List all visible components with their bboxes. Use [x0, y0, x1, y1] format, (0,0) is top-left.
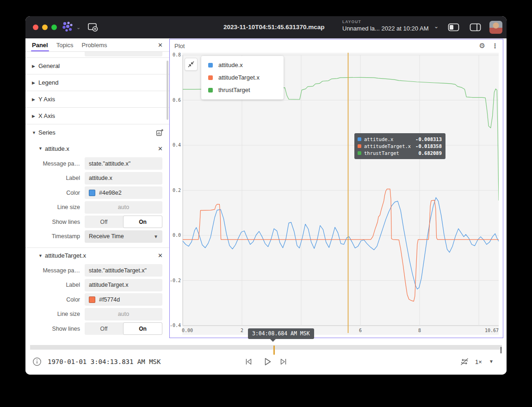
section-y-axis[interactable]: ▶ Y Axis	[25, 91, 169, 107]
field-row-line-size: Line size auto	[25, 200, 169, 215]
playback-speed[interactable]: 1×	[475, 358, 482, 365]
collapsed-caret-icon: ▶	[32, 97, 38, 102]
sidebar-scrollbar[interactable]	[167, 61, 168, 120]
zoom-window-button[interactable]	[51, 25, 57, 30]
tooltip-row: attitude.x -0.008313	[358, 136, 442, 142]
layout-picker[interactable]: LAYOUT Unnamed la... 2022 at 10:20 AM	[342, 19, 442, 36]
tab-panel[interactable]: Panel	[32, 38, 48, 51]
app-menu-chevron-icon[interactable]: ⌄	[76, 23, 80, 32]
layout-chevron-icon[interactable]: ⌄	[434, 23, 439, 30]
color-swatch[interactable]	[89, 190, 95, 196]
title-field-row-clipped: Title Plot	[25, 52, 169, 57]
color-swatch[interactable]	[89, 296, 95, 303]
collapse-arrows-icon	[187, 61, 195, 68]
tab-topics[interactable]: Topics	[56, 38, 74, 51]
close-window-button[interactable]	[33, 25, 38, 30]
field-row-label: Label attitude.x	[25, 171, 169, 186]
panel-settings-gear-icon[interactable]: ⚙	[479, 42, 485, 50]
y-tick-label: 0.4	[170, 142, 181, 148]
title-field-label: Title	[25, 52, 85, 53]
right-sidebar-toggle-icon[interactable]	[470, 23, 481, 31]
collapsed-caret-icon: ▶	[32, 80, 38, 85]
show-lines-on-option[interactable]: On	[123, 216, 162, 228]
play-icon[interactable]	[262, 357, 272, 367]
legend-collapse-button[interactable]	[185, 58, 198, 71]
legend-item[interactable]: attitudeTarget.x	[201, 71, 284, 84]
series-line-attitude.x	[183, 197, 499, 289]
y-tick-label: 0.8	[170, 52, 181, 57]
y-tick-label: 0.2	[170, 188, 181, 193]
section-legend[interactable]: ▶ Legend	[25, 74, 169, 91]
field-row-show-lines: Show lines Off On	[25, 321, 169, 336]
y-tick-label: -0.4	[170, 323, 181, 328]
field-row-line-size: Line size auto	[25, 307, 169, 322]
info-icon[interactable]	[32, 357, 42, 366]
series-header-attitudetarget-x[interactable]: ▼ attitudeTarget.x ✕	[25, 247, 169, 263]
y-tick-label: 0.6	[170, 98, 181, 103]
color-input[interactable]: #4e98e2	[85, 186, 162, 199]
left-sidebar-toggle-icon[interactable]	[448, 23, 459, 31]
timestamp-select[interactable]: Receive Time ▼	[85, 230, 162, 243]
field-row-show-lines: Show lines Off On	[25, 215, 169, 229]
section-x-axis[interactable]: ▶ X Axis	[25, 107, 169, 124]
x-tick-label: 2	[235, 328, 249, 333]
line-size-input[interactable]: auto	[85, 308, 162, 321]
section-series[interactable]: ▼ Series	[25, 124, 169, 141]
message-path-input[interactable]: state."attitude.x"	[85, 157, 162, 170]
add-series-icon[interactable]	[156, 129, 164, 136]
show-lines-off-option[interactable]: Off	[85, 322, 123, 335]
series-header-attitude-x[interactable]: ▼ attitude.x ✕	[25, 141, 169, 156]
section-general[interactable]: ▶ General	[25, 57, 169, 74]
label-input[interactable]: attitude.x	[85, 172, 162, 185]
legend-swatch	[208, 88, 213, 92]
playback-end-marker	[501, 347, 501, 353]
expanded-caret-icon: ▼	[38, 253, 45, 258]
field-row-timestamp: Timestamp Receive Time ▼	[25, 229, 169, 244]
legend-item[interactable]: thrustTarget	[201, 84, 284, 96]
y-tick-label: -0.2	[170, 278, 181, 283]
playback-scrubber[interactable]	[30, 345, 502, 350]
x-tick-label: 0.00	[182, 328, 193, 333]
sidebar-scroll-area: Title Plot ▶ General ▶ Legend ▶ Y Axis ▶	[25, 52, 169, 342]
x-tick-label: 8	[413, 328, 427, 333]
tooltip-swatch	[358, 144, 361, 148]
seek-forward-icon[interactable]	[279, 357, 288, 366]
panel-menu-kebab-icon[interactable]: ⋮	[492, 42, 498, 49]
scrubber-hover-time-tooltip: 3:04:08.684 AM MSK	[248, 328, 314, 339]
tooltip-swatch	[358, 137, 361, 141]
show-lines-on-option[interactable]: On	[123, 322, 162, 335]
field-row-label: Label attitudeTarget.x	[25, 278, 169, 293]
legend-item[interactable]: attitude.x	[201, 59, 284, 71]
plot-panel-header: Plot ⚙ ⋮	[170, 39, 503, 52]
y-tick-label: 0.0	[170, 233, 181, 238]
panel-title-input[interactable]: Plot	[85, 52, 162, 56]
line-size-input[interactable]: auto	[85, 201, 162, 214]
settings-sidebar: Panel Topics Problems ✕ Title Plot ▶ Gen…	[25, 38, 169, 342]
app-window: ⌄ 2023-11-10T04:51:45.631370.mcap LAYOUT…	[25, 16, 507, 375]
user-avatar[interactable]	[489, 21, 502, 34]
plot-panel[interactable]: Plot ⚙ ⋮ 0.80.60.40.20.0-0.2-0.40.002468…	[169, 39, 503, 338]
series-line-attitudeTarget.x	[183, 189, 499, 302]
foxglove-logo-icon[interactable]	[62, 21, 74, 33]
field-row-color: Color #f5774d	[25, 292, 169, 307]
collapsed-caret-icon: ▶	[32, 114, 38, 118]
remove-series-icon[interactable]: ✕	[158, 145, 163, 152]
speed-chevron-icon[interactable]: ▼	[489, 359, 494, 364]
playback-playhead-marker[interactable]	[273, 345, 275, 355]
message-path-input[interactable]: state."attitudeTarget.x"	[85, 264, 162, 277]
label-input[interactable]: attitudeTarget.x	[85, 279, 162, 291]
field-row-color: Color #4e98e2	[25, 185, 169, 200]
field-row-message-path: Message pa… state."attitude.x"	[25, 156, 169, 171]
show-lines-off-option[interactable]: Off	[85, 216, 123, 228]
minimize-window-button[interactable]	[42, 25, 48, 30]
tooltip-swatch	[358, 151, 361, 155]
tab-problems[interactable]: Problems	[82, 38, 107, 51]
sidebar-close-icon[interactable]: ✕	[158, 42, 163, 49]
seek-backward-icon[interactable]	[244, 357, 253, 366]
loop-off-icon[interactable]	[459, 357, 470, 366]
remove-series-icon[interactable]: ✕	[158, 252, 163, 259]
content-area: Panel Topics Problems ✕ Title Plot ▶ Gen…	[25, 38, 507, 342]
add-panel-icon[interactable]	[87, 22, 99, 32]
color-input[interactable]: #f5774d	[85, 293, 162, 306]
chart-area[interactable]: 0.80.60.40.20.0-0.2-0.40.00246810.67 att…	[170, 53, 499, 340]
